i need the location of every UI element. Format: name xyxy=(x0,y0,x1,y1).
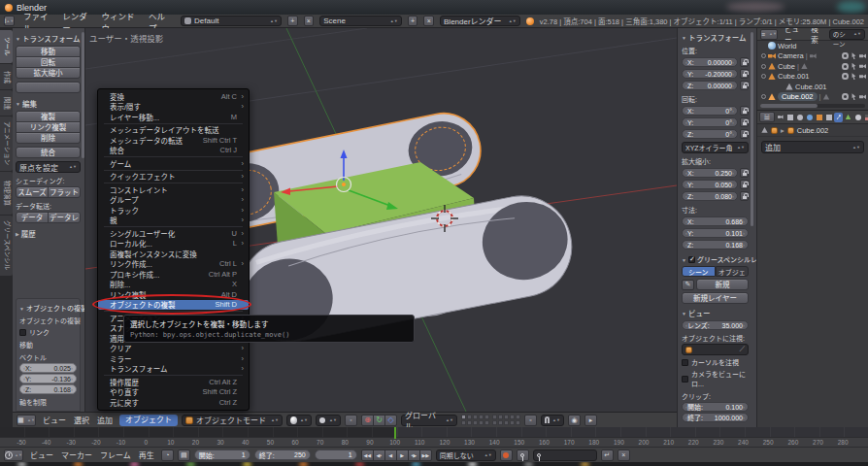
layer-cell[interactable] xyxy=(492,415,497,419)
menu-item-トラック[interactable]: トラック› xyxy=(98,205,249,216)
menu-item-表示/隠す[interactable]: 表示/隠す› xyxy=(98,102,249,113)
menu-item-ゲーム[interactable]: ゲーム› xyxy=(98,158,249,169)
field-n_panel.transform.rotation-1[interactable]: ‹Y:0°› xyxy=(682,117,738,127)
menu-item-シングルユーザー化[interactable]: シングルユーザー化U› xyxy=(98,228,249,239)
disclosure-icon[interactable] xyxy=(761,74,766,79)
frame-end-field[interactable]: 終了:250 xyxy=(254,449,311,460)
sync-select[interactable]: 同期しない▲▼ xyxy=(436,449,496,461)
next-keyframe-icon[interactable]: •▶ xyxy=(408,449,420,461)
add-modifier-button[interactable]: 追加▲▼ xyxy=(761,141,864,153)
menu-item-統合[interactable]: 統合Ctrl J xyxy=(98,146,249,156)
field-n_panel.transform.location-2[interactable]: ‹Z:0.00000› xyxy=(682,81,738,90)
lock-camera-icon[interactable]: ▫ xyxy=(524,415,537,426)
rotation-mode-select[interactable]: XYZオイラー角▲▼ xyxy=(682,142,749,153)
grease-pencil-source-toggle[interactable]: シーン オブジェクト xyxy=(682,266,749,277)
scene-icon[interactable] xyxy=(795,113,804,122)
n-panel-scrollbar[interactable] xyxy=(751,32,753,226)
lock-camera-to-view-row[interactable]: カメラをビューにロ... xyxy=(682,369,749,388)
disclosure-icon[interactable] xyxy=(761,94,766,99)
clip-end-field[interactable]: ‹終了:1000.000› xyxy=(682,413,749,422)
jump-to-end-icon[interactable]: ▶▶ xyxy=(419,449,432,461)
record-icon[interactable] xyxy=(500,449,513,461)
menu-item-リンク作成...[interactable]: リンク作成...Ctrl L› xyxy=(98,259,249,270)
lock-icon[interactable] xyxy=(740,57,749,67)
pencil-icon[interactable]: ✎ xyxy=(682,280,694,290)
data-icon[interactable] xyxy=(844,113,852,122)
current-frame-field[interactable]: 1 xyxy=(315,449,357,460)
texture-icon[interactable] xyxy=(863,113,868,122)
lock-icon[interactable] xyxy=(740,180,749,189)
shelf-button-データ[interactable]: データ xyxy=(16,212,49,223)
shelf-button-拡大縮小[interactable]: 拡大縮小 xyxy=(16,67,81,79)
field-n_panel.transform.dimensions-2[interactable]: ‹Z:0.168› xyxy=(682,240,749,250)
menu-item-削除...[interactable]: 削除...X xyxy=(98,280,249,290)
field-n_panel.transform.dimensions-1[interactable]: ‹Y:0.101› xyxy=(682,228,749,238)
tool-tab-0[interactable]: ツール xyxy=(0,30,13,63)
renderability-camera-icon[interactable] xyxy=(859,73,866,80)
lock-to-cursor-row[interactable]: カーソルを注視 xyxy=(682,357,749,367)
gp-new-layer-button[interactable]: 新規レイヤー xyxy=(682,292,749,304)
timeline-menu-1[interactable]: マーカー xyxy=(58,449,95,460)
viewport-menu-1[interactable]: 選択 xyxy=(71,415,92,425)
lock-icon[interactable] xyxy=(740,81,749,90)
panel-header-history[interactable]: 履歴 xyxy=(16,228,81,239)
remove-scene-button[interactable]: × xyxy=(423,16,434,26)
menu-item-操作履歴[interactable]: 操作履歴Ctrl Alt Z xyxy=(98,377,249,387)
keying-set-icon[interactable] xyxy=(517,449,529,461)
timeline-menu-3[interactable]: 再生 xyxy=(136,449,157,460)
layer-cell[interactable] xyxy=(504,415,509,419)
timeline-menu-0[interactable]: ビュー xyxy=(27,449,56,460)
layer-cell[interactable] xyxy=(473,420,478,425)
screen-layout-select[interactable]: Default ▲▼ xyxy=(181,16,282,26)
outliner-h-scrollbar[interactable] xyxy=(760,104,865,108)
editor-type-properties-icon[interactable]: ☱ xyxy=(759,112,775,122)
preview-range-icon[interactable]: ◔ xyxy=(161,449,174,461)
field-n_panel.transform.scale-0[interactable]: ‹X:0.250› xyxy=(682,168,738,178)
menu-item-親[interactable]: 親› xyxy=(98,216,249,226)
scene-select[interactable]: Scene ▲▼ xyxy=(319,16,402,26)
panel-header-grease-pencil[interactable]: グリースペンシルレイ xyxy=(682,254,749,264)
layer-cell[interactable] xyxy=(504,420,509,425)
editor-type-3dview-icon[interactable]: ▦▲▼ xyxy=(17,415,36,426)
link-checkbox-row[interactable]: リンク xyxy=(19,327,77,337)
shelf-button-削除[interactable]: 削除 xyxy=(16,132,81,144)
menu-item-変換[interactable]: 変換Alt C› xyxy=(98,91,249,102)
lens-field[interactable]: ‹レンズ:35.000› xyxy=(682,320,749,330)
gp-new-button[interactable]: 新規 xyxy=(696,279,749,290)
layer-cell[interactable] xyxy=(473,415,478,419)
visibility-eye-icon[interactable] xyxy=(842,63,849,70)
field-n_panel.transform.scale-2[interactable]: ‹Z:0.080› xyxy=(682,191,738,201)
lock-icon[interactable] xyxy=(740,129,749,139)
layer-cell[interactable] xyxy=(516,420,520,425)
set-origin-select[interactable]: 原点を設定▲▼ xyxy=(16,161,81,173)
editor-type-info-icon[interactable]: i▲▼ xyxy=(4,16,15,26)
layer-cell[interactable] xyxy=(484,420,489,425)
tool-tab-1[interactable]: 作成 xyxy=(0,64,13,89)
renderability-camera-icon[interactable] xyxy=(859,63,866,70)
mode-select[interactable]: オブジェクトモード▲▼ xyxy=(182,415,283,426)
gp-scene-toggle[interactable]: シーン xyxy=(682,266,716,277)
layer-cell[interactable] xyxy=(510,420,515,425)
lock-to-object-field[interactable]: ⟋ xyxy=(682,344,749,355)
active-keying-set-field[interactable] xyxy=(533,449,597,461)
selectability-cursor-icon[interactable] xyxy=(851,93,857,100)
menu-item-オブジェクトの複製[interactable]: オブジェクトの複製Shift D xyxy=(98,300,249,311)
field-n_panel.transform.location-0[interactable]: ‹X:0.00000› xyxy=(682,57,738,67)
outliner-search-menu[interactable]: 検索 xyxy=(808,28,825,45)
add-scene-button[interactable]: + xyxy=(408,16,418,26)
renderability-camera-icon[interactable] xyxy=(859,52,866,59)
object-menu-active[interactable]: オブジェクト xyxy=(119,415,178,426)
selectability-cursor-icon[interactable] xyxy=(851,73,857,80)
timeline-ruler[interactable]: -50-40-30-20-100102030405060708090100110… xyxy=(0,437,868,448)
opengl-render-icon[interactable]: ◉ xyxy=(568,415,581,426)
menu-item-メッシュデータの転送[interactable]: メッシュデータの転送Shift Ctrl T xyxy=(98,135,249,146)
layer-cell[interactable] xyxy=(461,415,466,419)
shelf-button-データレ[interactable]: データレ xyxy=(48,212,81,223)
outliner-row-Camera[interactable]: Camera| xyxy=(757,51,868,62)
menu-item-ミラー[interactable]: ミラー› xyxy=(98,353,249,364)
menu-item-グループ[interactable]: グループ› xyxy=(98,195,249,206)
layer-cell[interactable] xyxy=(498,420,503,425)
layer-cell[interactable] xyxy=(467,415,472,419)
tool-tab-3[interactable]: アニメーション xyxy=(0,116,13,171)
outliner-row-Cube.001[interactable]: Cube.001 xyxy=(757,72,868,83)
